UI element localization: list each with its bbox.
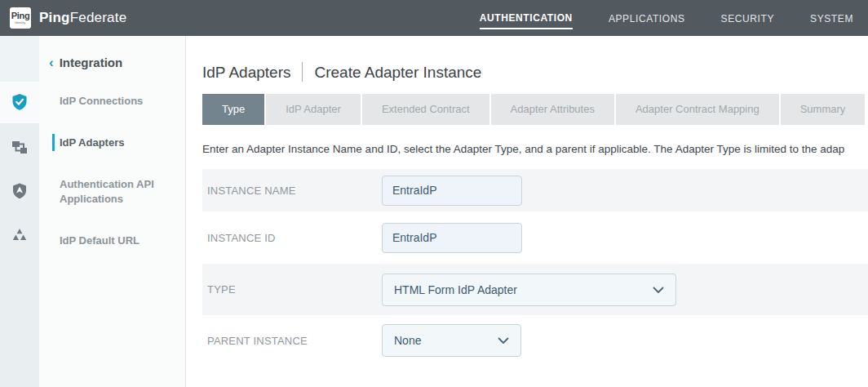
nav-authentication[interactable]: AUTHENTICATION xyxy=(480,7,573,29)
form-row-instance-name: INSTANCE NAME xyxy=(202,169,868,211)
page-description: Enter an Adapter Instance Name and ID, s… xyxy=(202,143,868,155)
tab-type[interactable]: Type xyxy=(202,94,264,125)
adapter-instance-form: INSTANCE NAME INSTANCE ID TYPE HTML Form… xyxy=(202,169,868,366)
tab-adapter-attributes[interactable]: Adapter Attributes xyxy=(491,94,614,125)
parent-instance-label: PARENT INSTANCE xyxy=(207,335,382,347)
parent-instance-select-value: None xyxy=(394,334,421,347)
active-item-bar xyxy=(52,134,55,151)
trees-icon[interactable] xyxy=(10,225,29,245)
shield-check-icon[interactable] xyxy=(10,92,29,112)
sidebar-items: IdP Connections IdP Adapters Authenticat… xyxy=(49,94,185,248)
sidebar-item-idp-default-url[interactable]: IdP Default URL xyxy=(49,234,171,248)
tab-extended-contract[interactable]: Extended Contract xyxy=(362,94,489,125)
ping-logo-subtext: Identity. xyxy=(15,21,26,24)
primary-nav: AUTHENTICATION APPLICATIONS SECURITY SYS… xyxy=(480,7,853,29)
sidebar-item-label: IdP Adapters xyxy=(60,136,124,149)
sidebar-item-authentication-api-applications[interactable]: Authentication API Applications xyxy=(49,177,171,207)
main-content: IdP AdaptersCreate Adapter Instance Type… xyxy=(186,36,868,387)
type-label: TYPE xyxy=(207,283,382,296)
app-title: PingFederate xyxy=(39,10,126,26)
type-select-value: HTML Form IdP Adapter xyxy=(394,283,517,296)
app-title-light: Federate xyxy=(70,10,127,25)
sidebar-item-idp-adapters[interactable]: IdP Adapters xyxy=(49,136,171,150)
app-title-bold: Ping xyxy=(39,10,70,25)
nav-system[interactable]: SYSTEM xyxy=(810,8,853,29)
tab-adapter-contract-mapping[interactable]: Adapter Contract Mapping xyxy=(616,94,779,125)
tab-summary[interactable]: Summary xyxy=(781,94,866,125)
instance-name-input[interactable] xyxy=(382,176,522,206)
chevron-down-icon xyxy=(653,283,664,296)
sidebar-nav-panel: ‹ Integration IdP Connections IdP Adapte… xyxy=(39,36,186,387)
ping-logo-word: Ping xyxy=(11,11,30,20)
sidebar-section-title: Integration xyxy=(60,56,123,69)
chevron-left-icon: ‹ xyxy=(49,56,54,69)
form-row-parent-instance: PARENT INSTANCE None xyxy=(202,315,868,366)
nav-applications[interactable]: APPLICATIONS xyxy=(609,8,685,29)
rail-top-shade xyxy=(0,36,39,82)
page-title-section: IdP Adapters xyxy=(202,64,290,81)
sidebar-section-integration[interactable]: ‹ Integration xyxy=(49,56,185,69)
title-divider xyxy=(302,62,303,82)
pingfederate-admin-window: Ping Identity. PingFederate AUTHENTICATI… xyxy=(0,0,868,387)
form-row-type: TYPE HTML Form IdP Adapter xyxy=(202,264,868,315)
instance-name-label: INSTANCE NAME xyxy=(207,185,382,197)
icon-rail xyxy=(0,36,39,387)
instance-id-label: INSTANCE ID xyxy=(207,232,382,244)
sitemap-icon[interactable] xyxy=(10,137,29,157)
sidebar-item-idp-connections[interactable]: IdP Connections xyxy=(49,94,171,109)
wizard-tabs: Type IdP Adapter Extended Contract Adapt… xyxy=(202,94,868,125)
page-title-action: Create Adapter Instance xyxy=(314,64,481,81)
instance-id-input[interactable] xyxy=(382,223,522,253)
form-row-instance-id: INSTANCE ID xyxy=(202,211,868,264)
chevron-down-icon xyxy=(498,334,509,347)
type-select[interactable]: HTML Form IdP Adapter xyxy=(382,274,676,306)
top-header-bar: Ping Identity. PingFederate AUTHENTICATI… xyxy=(0,0,868,36)
shield-arrow-icon[interactable] xyxy=(10,181,29,201)
tab-idp-adapter[interactable]: IdP Adapter xyxy=(266,94,361,125)
nav-security[interactable]: SECURITY xyxy=(721,8,774,29)
page-title: IdP AdaptersCreate Adapter Instance xyxy=(202,62,868,82)
ping-identity-logo: Ping Identity. xyxy=(10,7,31,29)
parent-instance-select[interactable]: None xyxy=(382,324,521,357)
